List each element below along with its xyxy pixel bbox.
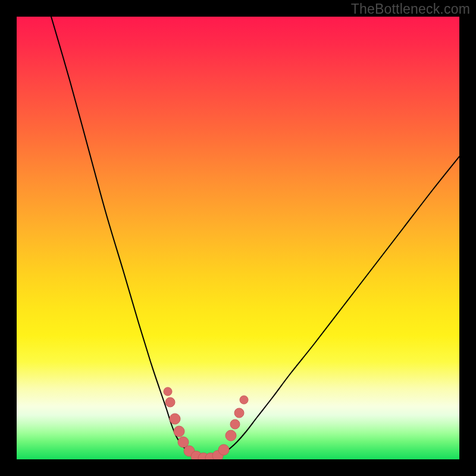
data-dot bbox=[226, 430, 236, 441]
data-dot bbox=[170, 414, 180, 424]
left-curve bbox=[51, 17, 196, 457]
chart-frame: TheBottleneck.com bbox=[0, 0, 476, 476]
data-dot bbox=[218, 444, 229, 455]
data-dot bbox=[230, 419, 240, 429]
right-curve bbox=[215, 156, 459, 458]
plot-area bbox=[17, 17, 459, 459]
data-dot bbox=[234, 408, 244, 418]
data-dot bbox=[240, 396, 248, 404]
data-dot bbox=[165, 397, 175, 407]
valley-dots bbox=[164, 387, 248, 459]
watermark-text: TheBottleneck.com bbox=[351, 1, 470, 17]
data-dot bbox=[164, 387, 172, 396]
data-dot bbox=[174, 426, 184, 437]
curves-layer bbox=[17, 17, 459, 459]
